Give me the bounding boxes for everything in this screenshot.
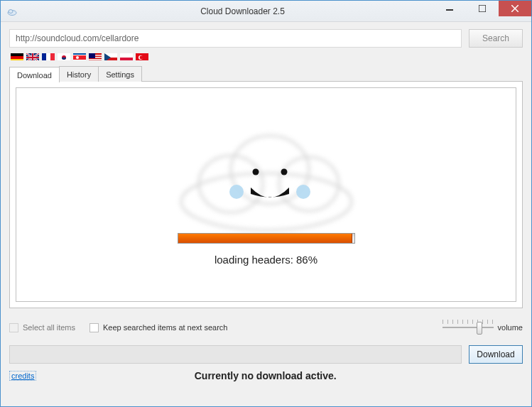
download-button[interactable]: Download	[469, 345, 523, 364]
search-button[interactable]: Search	[469, 29, 523, 48]
flag-kr[interactable]	[58, 52, 70, 60]
loading-text: loading headers: 86%	[215, 254, 317, 266]
flag-tr[interactable]	[136, 52, 148, 60]
svg-rect-31	[120, 58, 133, 60]
volume-label: volume	[498, 323, 523, 332]
svg-rect-2	[446, 9, 453, 11]
svg-rect-26	[89, 59, 102, 60]
keep-searched-group: Keep searched items at next search	[89, 323, 227, 332]
tab-history[interactable]: History	[59, 66, 99, 82]
tab-settings[interactable]: Settings	[98, 66, 142, 82]
close-icon	[511, 5, 519, 12]
titlebar[interactable]: Cloud Downloader 2.5	[1, 1, 531, 22]
svg-rect-30	[120, 53, 133, 58]
svg-point-42	[296, 185, 310, 199]
volume-control: volume	[443, 320, 523, 335]
footer: credits Currently no download active.	[9, 368, 523, 384]
svg-rect-15	[46, 53, 50, 60]
loading-progress-bar	[178, 233, 355, 244]
flag-fr[interactable]	[42, 52, 55, 60]
url-input[interactable]	[9, 29, 462, 48]
select-all-group: Select all items	[9, 323, 75, 332]
client-area: Search Download History Settings	[1, 22, 531, 406]
minimize-button[interactable]	[433, 1, 466, 16]
cloud-illustration	[153, 124, 380, 237]
search-row: Search	[9, 29, 523, 48]
svg-point-34	[140, 56, 143, 60]
svg-point-41	[229, 185, 244, 199]
window-controls	[433, 1, 531, 16]
download-progress-bar	[9, 345, 462, 364]
app-window: Cloud Downloader 2.5 Search	[0, 0, 532, 407]
svg-point-22	[76, 56, 79, 59]
tab-panel: loading headers: 86%	[9, 81, 523, 308]
flag-gb[interactable]	[26, 52, 39, 60]
status-text: Currently no download active.	[8, 370, 523, 381]
flag-de[interactable]	[11, 52, 23, 60]
svg-point-40	[281, 169, 287, 175]
svg-rect-7	[11, 56, 23, 59]
svg-rect-21	[73, 55, 86, 60]
content-box: loading headers: 86%	[16, 87, 516, 302]
svg-rect-14	[42, 53, 46, 60]
options-row: Select all items Keep searched items at …	[9, 320, 523, 335]
svg-rect-3	[479, 5, 486, 12]
maximize-button[interactable]	[466, 1, 499, 16]
flag-pl[interactable]	[120, 52, 133, 60]
select-all-checkbox[interactable]	[9, 323, 18, 332]
svg-rect-13	[26, 57, 39, 58]
tab-bar: Download History Settings	[9, 66, 523, 82]
download-row: Download	[9, 345, 523, 364]
minimize-icon	[446, 5, 453, 12]
loading-progress-fill	[178, 234, 353, 243]
svg-point-39	[252, 169, 259, 175]
flag-my[interactable]	[89, 52, 102, 60]
select-all-label: Select all items	[23, 323, 75, 332]
volume-slider-thumb[interactable]	[477, 322, 482, 335]
keep-searched-checkbox[interactable]	[89, 323, 99, 332]
svg-rect-16	[50, 53, 55, 60]
language-flags	[9, 52, 523, 60]
close-button[interactable]	[499, 1, 531, 16]
flag-kp[interactable]	[73, 52, 86, 60]
svg-rect-27	[89, 53, 95, 58]
flag-cz[interactable]	[104, 52, 117, 60]
maximize-icon	[479, 5, 486, 12]
svg-rect-6	[11, 53, 23, 56]
keep-searched-label: Keep searched items at next search	[103, 323, 227, 332]
volume-slider[interactable]	[443, 320, 494, 335]
svg-rect-8	[11, 59, 23, 60]
tab-download[interactable]: Download	[9, 67, 60, 82]
